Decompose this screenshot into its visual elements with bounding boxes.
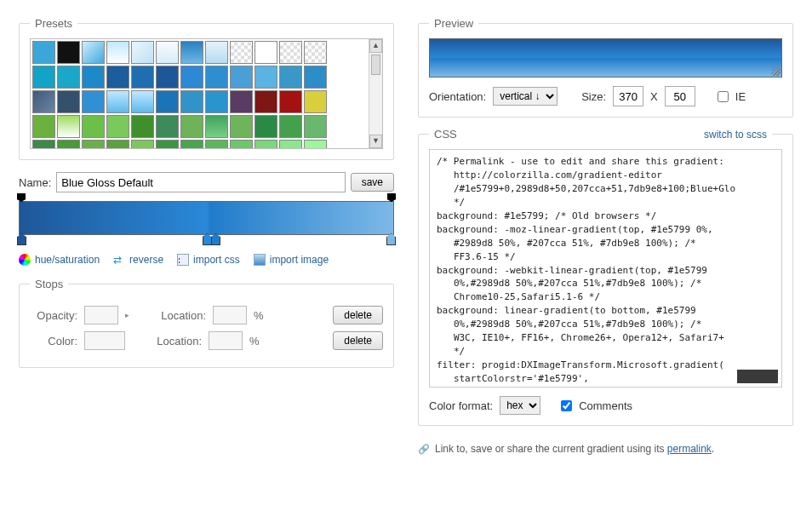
preset-swatch[interactable] — [32, 90, 55, 113]
name-input[interactable] — [56, 172, 345, 192]
preset-swatch[interactable] — [304, 66, 327, 89]
color-location-input[interactable] — [209, 331, 243, 350]
preset-swatch[interactable] — [156, 115, 179, 138]
preset-swatch[interactable] — [230, 140, 253, 148]
switch-scss-link[interactable]: switch to scss — [704, 129, 767, 141]
preset-swatch[interactable] — [131, 90, 154, 113]
preset-swatch[interactable] — [156, 66, 179, 89]
orientation-label: Orientation: — [429, 90, 486, 103]
preset-swatch[interactable] — [57, 41, 80, 64]
preset-swatch[interactable] — [230, 41, 253, 64]
preview-box[interactable] — [429, 38, 782, 78]
reverse-tool[interactable]: ⇄reverse — [113, 254, 163, 266]
permalink-link[interactable]: permalink — [667, 443, 712, 455]
comments-checkbox[interactable] — [561, 400, 572, 411]
size-width-input[interactable] — [613, 86, 643, 106]
preset-swatch[interactable] — [131, 140, 154, 148]
size-x: X — [650, 90, 658, 103]
presets-scrollbar[interactable]: ▲ ▼ — [369, 39, 382, 148]
color-stop[interactable] — [17, 233, 26, 245]
preset-swatch[interactable] — [279, 66, 302, 89]
import-image-icon — [254, 254, 266, 266]
preset-swatch[interactable] — [180, 90, 203, 113]
preset-swatch[interactable] — [230, 90, 253, 113]
preset-swatch[interactable] — [254, 140, 277, 148]
preview-legend: Preview — [429, 17, 478, 30]
preset-swatch[interactable] — [32, 41, 55, 64]
preset-swatch[interactable] — [205, 90, 228, 113]
gradient-editor[interactable] — [19, 201, 394, 235]
preset-swatch[interactable] — [180, 115, 203, 138]
preset-swatch[interactable] — [32, 115, 55, 138]
orientation-select[interactable]: vertical ↓ — [493, 87, 558, 106]
preset-swatch[interactable] — [279, 90, 302, 113]
preset-swatch[interactable] — [82, 90, 105, 113]
preset-swatch[interactable] — [230, 115, 253, 138]
save-button[interactable]: save — [351, 173, 394, 192]
color-stop[interactable] — [386, 233, 396, 245]
preset-swatch[interactable] — [131, 41, 154, 64]
preset-swatch[interactable] — [304, 90, 327, 113]
gradient-bar[interactable] — [19, 201, 394, 235]
preset-swatch[interactable] — [57, 90, 80, 113]
preset-swatch[interactable] — [205, 41, 228, 64]
size-height-input[interactable] — [665, 86, 695, 106]
preset-swatch[interactable] — [205, 140, 228, 148]
preset-swatch[interactable] — [106, 66, 129, 89]
preset-swatch[interactable] — [279, 41, 302, 64]
import-css-tool[interactable]: ∶import css — [177, 254, 240, 266]
preset-swatch[interactable] — [304, 115, 327, 138]
preset-swatch[interactable] — [180, 66, 203, 89]
preset-swatch[interactable] — [254, 115, 277, 138]
size-label: Size: — [581, 90, 606, 103]
opacity-location-input[interactable] — [213, 306, 247, 324]
preset-swatch[interactable] — [106, 140, 129, 148]
preset-swatch[interactable] — [32, 140, 55, 148]
color-stop[interactable] — [203, 233, 212, 245]
color-input[interactable] — [84, 331, 125, 350]
preset-swatch[interactable] — [82, 115, 105, 138]
import-image-tool[interactable]: import image — [254, 254, 329, 266]
preset-swatch[interactable] — [180, 140, 203, 148]
preset-swatch[interactable] — [106, 115, 129, 138]
preset-swatch[interactable] — [57, 66, 80, 89]
preset-swatch[interactable] — [156, 140, 179, 148]
preset-swatch[interactable] — [230, 66, 253, 89]
preset-swatch[interactable] — [32, 66, 55, 89]
delete-color-button[interactable]: delete — [333, 331, 383, 350]
preset-swatch[interactable] — [254, 90, 277, 113]
preset-swatch[interactable] — [254, 41, 277, 64]
preset-swatch[interactable] — [106, 41, 129, 64]
hue-saturation-tool[interactable]: hue/saturation — [19, 254, 100, 266]
preset-swatch[interactable] — [82, 41, 105, 64]
delete-opacity-button[interactable]: delete — [333, 306, 383, 324]
copy-button[interactable] — [737, 370, 778, 383]
scroll-up-button[interactable]: ▲ — [369, 39, 382, 53]
preset-swatch[interactable] — [279, 140, 302, 148]
color-format-select[interactable]: hex — [500, 396, 540, 415]
preset-swatch[interactable] — [82, 66, 105, 89]
ie-checkbox[interactable] — [718, 91, 729, 102]
color-stop[interactable] — [211, 233, 220, 245]
preset-swatch[interactable] — [304, 41, 327, 64]
preset-swatch[interactable] — [254, 66, 277, 89]
preset-swatch[interactable] — [205, 66, 228, 89]
preset-swatch[interactable] — [279, 115, 302, 138]
preset-swatch[interactable] — [304, 140, 327, 148]
scroll-down-button[interactable]: ▼ — [369, 135, 382, 148]
preset-swatch[interactable] — [131, 66, 154, 89]
preset-swatch[interactable] — [131, 115, 154, 138]
scroll-thumb[interactable] — [371, 55, 380, 75]
preset-swatch[interactable] — [82, 140, 105, 148]
opacity-input[interactable] — [84, 306, 118, 324]
preset-swatch[interactable] — [57, 140, 80, 148]
preset-swatch[interactable] — [156, 41, 179, 64]
preset-swatch[interactable] — [57, 115, 80, 138]
preset-swatch[interactable] — [156, 90, 179, 113]
color-label: Color: — [30, 335, 77, 347]
preset-swatch[interactable] — [205, 115, 228, 138]
preset-swatch[interactable] — [106, 90, 129, 113]
preset-swatch[interactable] — [180, 41, 203, 64]
stops-legend: Stops — [30, 278, 68, 290]
css-output[interactable]: /* Permalink - use to edit and share thi… — [429, 149, 782, 388]
